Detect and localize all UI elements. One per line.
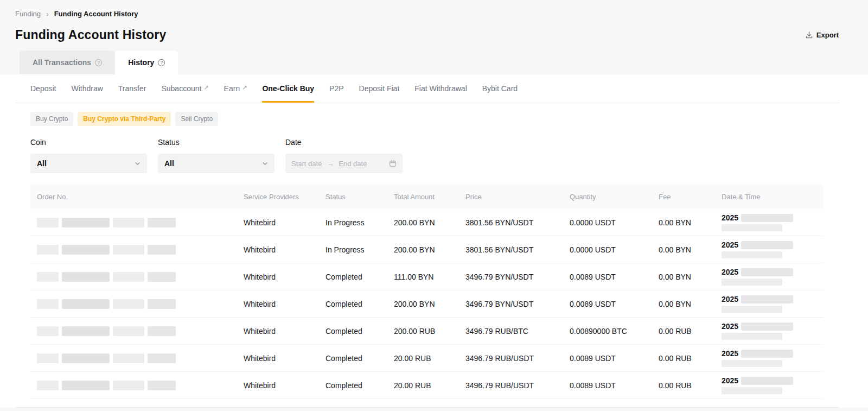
fee: 0.00 BYN [652, 300, 715, 308]
tab-all-transactions[interactable]: All Transactions ? [20, 50, 115, 74]
price: 3496.79 BYN/USDT [459, 273, 563, 281]
fee: 0.00 RUB [652, 327, 715, 336]
bottom-divider [15, 407, 839, 408]
chip-buy-crypto[interactable]: Buy Crypto [30, 112, 73, 126]
table-row: Whitebird In Progress 200.00 BYN 3801.56… [30, 236, 823, 263]
redacted-block [37, 326, 59, 336]
subtab-transfer[interactable]: Transfer [118, 74, 146, 103]
subtab-earn[interactable]: Earn↗ [224, 74, 247, 103]
subtab-fiat-withdrawal[interactable]: Fiat Withdrawal [414, 74, 467, 103]
external-link-icon: ↗ [242, 84, 247, 91]
date-year: 2025 [722, 349, 738, 358]
quantity: 0.0089 USDT [563, 354, 652, 363]
order-no-redacted [30, 380, 237, 390]
export-button[interactable]: Export [805, 31, 839, 39]
redacted-block [37, 218, 59, 227]
subtab-deposit[interactable]: Deposit [30, 74, 56, 103]
quantity: 0.0089 USDT [563, 381, 652, 390]
total-amount: 200.00 RUB [387, 327, 459, 336]
redacted-block [62, 326, 110, 336]
status-select[interactable]: All [158, 154, 275, 173]
quantity: 0.00890000 BTC [563, 327, 652, 336]
table-header: Order No. Service Providers Status Total… [30, 184, 823, 209]
quantity: 0.0089 USDT [563, 273, 652, 281]
redacted-block [148, 326, 176, 336]
price: 3496.79 RUB/USDT [459, 354, 563, 363]
date-year: 2025 [722, 241, 738, 249]
status-filter-label: Status [158, 138, 275, 147]
redacted-block [62, 381, 110, 390]
date-time: 2025 [715, 376, 823, 394]
redacted-block [37, 299, 59, 309]
coin-select[interactable]: All [30, 154, 147, 173]
subtab-p2p[interactable]: P2P [329, 74, 343, 103]
order-status: In Progress [319, 218, 387, 227]
col-header-quantity: Quantity [563, 193, 652, 201]
chip-sell-crypto[interactable]: Sell Crypto [175, 112, 218, 126]
col-header-fee: Fee [652, 193, 715, 201]
start-date-input[interactable]: Start date [291, 160, 322, 168]
filters-row: Coin All Status All Date Start date → [15, 138, 839, 173]
tab-history[interactable]: History ? [115, 50, 178, 74]
service-provider: Whitebird [237, 354, 319, 363]
redacted-block [113, 326, 144, 336]
total-amount: 111.00 BYN [387, 273, 459, 281]
subtab-one-click-buy[interactable]: One-Click Buy [262, 74, 314, 103]
table-row: Whitebird Completed 20.00 RUB 3496.79 RU… [30, 372, 823, 399]
redacted-block [113, 272, 144, 282]
order-no-redacted [30, 244, 237, 254]
end-date-input[interactable]: End date [339, 160, 367, 168]
date-range-picker[interactable]: Start date → End date [285, 154, 403, 173]
redacted-block [741, 268, 793, 276]
quantity: 0.0000 USDT [563, 218, 652, 227]
chip-buy-crypto-third-party[interactable]: Buy Crypto via Third-Party [78, 112, 171, 126]
order-status: Completed [319, 327, 387, 336]
col-header-date-time: Date & Time [715, 193, 823, 201]
date-time: 2025 [715, 241, 823, 258]
primary-tabs: All Transactions ? History ? [0, 50, 868, 74]
date-year: 2025 [722, 322, 738, 331]
chevron-right-icon: › [46, 10, 49, 18]
subtab-label: Deposit Fiat [359, 84, 400, 93]
subtab-deposit-fiat[interactable]: Deposit Fiat [359, 74, 400, 103]
subtab-subaccount[interactable]: Subaccount↗ [161, 74, 208, 103]
main-content: Deposit Withdraw Transfer Subaccount↗ Ea… [0, 74, 868, 408]
date-filter: Date Start date → End date [285, 138, 403, 173]
subtab-bybit-card[interactable]: Bybit Card [482, 74, 518, 103]
redacted-block [722, 333, 782, 340]
redacted-block [722, 360, 782, 367]
table-row: Whitebird Completed 200.00 BYN 3496.79 B… [30, 290, 823, 318]
redacted-block [113, 299, 144, 309]
fee: 0.00 BYN [652, 273, 715, 281]
subtab-label: Deposit [30, 84, 56, 93]
service-provider: Whitebird [237, 327, 319, 336]
breadcrumb: Funding › Funding Account History [0, 0, 868, 18]
order-no-redacted [30, 326, 237, 336]
subtab-withdraw[interactable]: Withdraw [71, 74, 103, 103]
info-circle-icon[interactable]: ? [158, 59, 165, 66]
status-filter: Status All [158, 138, 275, 173]
date-year: 2025 [722, 268, 738, 276]
total-amount: 20.00 RUB [387, 354, 459, 363]
date-filter-label: Date [285, 138, 403, 147]
redacted-block [62, 353, 110, 363]
order-no-redacted [30, 299, 237, 308]
page-title: Funding Account History [15, 28, 166, 42]
table-body: Whitebird In Progress 200.00 BYN 3801.56… [30, 209, 823, 399]
quantity: 0.0000 USDT [563, 245, 652, 254]
buy-type-chips: Buy Crypto Buy Crypto via Third-Party Se… [15, 112, 839, 126]
table-row: Whitebird Completed 20.00 RUB 3496.79 RU… [30, 345, 823, 372]
calendar-icon[interactable] [389, 160, 397, 167]
quantity: 0.0089 USDT [563, 300, 652, 308]
price: 3496.79 RUB/USDT [459, 381, 563, 390]
orders-table: Order No. Service Providers Status Total… [30, 184, 823, 399]
info-circle-icon[interactable]: ? [95, 59, 102, 66]
table-row: Whitebird In Progress 200.00 BYN 3801.56… [30, 209, 823, 236]
breadcrumb-funding[interactable]: Funding [15, 10, 41, 18]
redacted-block [722, 387, 782, 394]
order-status: Completed [319, 300, 387, 308]
total-amount: 20.00 RUB [387, 381, 459, 390]
redacted-block [148, 245, 176, 255]
redacted-block [722, 279, 782, 286]
redacted-block [741, 241, 793, 249]
